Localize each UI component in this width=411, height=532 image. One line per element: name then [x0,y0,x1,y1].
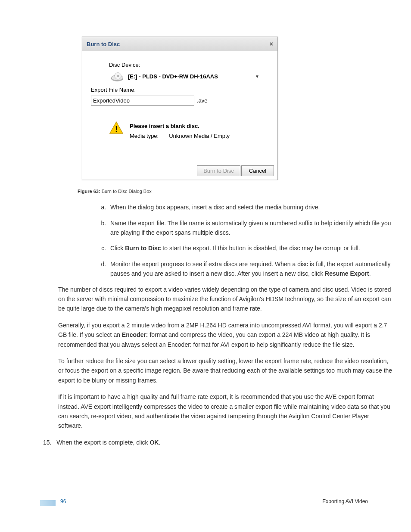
disc-device-value: [E:] - PLDS - DVD+-RW DH-16AAS [128,72,252,81]
step-a: When the dialog box appears, insert a di… [108,202,394,212]
substep-list: When the dialog box appears, insert a di… [78,202,394,278]
media-type-value: Unknown Media / Empty [169,131,230,141]
chevron-down-icon: ▼ [255,73,259,80]
step15-bold: OK [149,439,159,446]
file-extension: .ave [197,96,208,105]
dialog-title: Burn to Disc [87,40,120,49]
warning-messages: Please insert a blank disc. Media type: … [130,121,230,141]
warning-icon: ! [109,121,124,134]
disc-device-label: Disc Device: [109,61,267,69]
cancel-button[interactable]: Cancel [241,165,274,176]
warning-title: Please insert a blank disc. [130,121,230,131]
step-c-bold: Burn to Disc [125,245,161,252]
svg-text:!: ! [115,124,118,134]
step-d: Monitor the export progress to see if ex… [108,259,394,279]
burn-to-disc-dialog: Burn to Disc × Disc Device: [E:] - PLDS … [82,37,278,180]
step-c: Click Burn to Disc to start the export. … [108,243,394,253]
step15-post: . [159,439,160,446]
page-number: 96 [60,498,66,505]
paragraph-1: The number of discs required to export a… [58,285,394,314]
step-15: 15. When the export is complete, click O… [43,438,394,447]
dialog-body: Disc Device: [E:] - PLDS - DVD+-RW DH-16… [82,51,277,161]
paragraph-2: Generally, if you export a 2 minute vide… [58,320,394,349]
step-c-pre: Click [110,245,125,252]
figure-label: Figure 63: [78,189,100,194]
disc-drive-icon [110,71,125,82]
figure-caption: Figure 63: Burn to Disc Dialog Box [78,188,394,195]
step15-pre: When the export is complete, click [56,439,149,446]
footer-decoration [40,500,56,506]
burn-to-disc-button[interactable]: Burn to Disc [197,165,240,176]
step-c-post: to start the export. If this button is d… [161,245,360,252]
step-d-post: . [369,270,371,277]
footer-section: Exporting AVI Video [322,498,368,505]
step15-num: 15. [43,439,51,446]
svg-point-3 [117,75,119,77]
warning-block: ! Please insert a blank disc. Media type… [92,121,267,141]
export-filename-label: Export File Name: [91,86,267,94]
dialog-titlebar: Burn to Disc × [82,37,277,51]
paragraph-3: To further reduce the file size you can … [58,356,394,385]
dialog-button-row: Burn to Disc Cancel [82,161,277,180]
step-b: Name the export file. The file name is a… [108,218,394,238]
disc-device-dropdown[interactable]: [E:] - PLDS - DVD+-RW DH-16AAS ▼ [110,71,267,82]
step-b-text: Name the export file. The file name is a… [110,220,391,236]
media-type-label: Media type: [130,131,159,141]
export-filename-input[interactable] [91,96,194,106]
paragraph-4: If it is important to have a high qualit… [58,392,394,431]
close-icon[interactable]: × [270,40,273,49]
step-d-bold: Resume Export [325,270,369,277]
figure-text: Burn to Disc Dialog Box [102,189,152,194]
filename-row: .ave [91,96,267,106]
p2-bold: Encoder: [122,331,148,338]
step-a-text: When the dialog box appears, insert a di… [110,204,320,211]
page-footer: 96 Exporting AVI Video [60,498,368,505]
